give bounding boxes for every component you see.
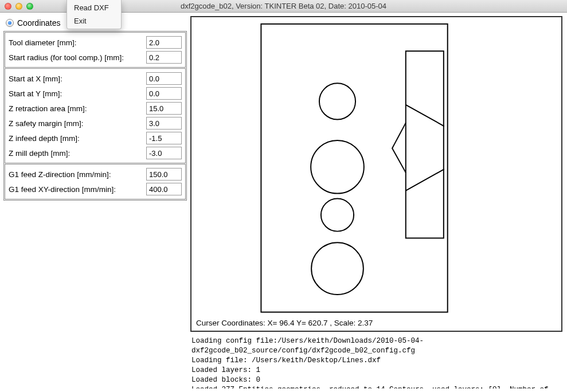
param-label: Z infeed depth [mm]: (9, 134, 80, 143)
param-group-tool: Tool diameter [mm]: Start radius (for to… (5, 32, 186, 68)
param-label: Start radius (for tool comp.) [mm]: (9, 53, 124, 62)
svg-point-7 (311, 242, 363, 295)
log-output[interactable]: Loading config file:/Users/keith/Downloa… (190, 336, 562, 389)
parameters-panel: Coordinates Tool diameter [mm]: Start ra… (0, 13, 190, 392)
feed-z-input[interactable] (146, 168, 182, 181)
svg-point-5 (311, 140, 364, 194)
param-label: Start at X [mm]: (9, 75, 62, 83)
param-label: Tool diameter [mm]: (9, 38, 77, 47)
minimize-window-button[interactable] (15, 3, 22, 10)
canvas-and-log-panel: Curser Coordinates: X= 96.4 Y= 620.7 , S… (190, 13, 567, 392)
param-label: G1 feed Z-direction [mm/min]: (9, 170, 111, 179)
svg-line-2 (406, 105, 444, 126)
param-label: Z retraction area [mm]: (9, 104, 87, 113)
menu-item-read-dxf[interactable]: Read DXF (67, 1, 121, 14)
z-infeed-input[interactable] (146, 132, 182, 144)
drawing-canvas[interactable]: Curser Coordinates: X= 96.4 Y= 620.7 , S… (190, 16, 562, 332)
param-outer-frame: Tool diameter [mm]: Start radius (for to… (3, 31, 187, 201)
start-radius-input[interactable] (146, 51, 182, 64)
svg-rect-0 (261, 24, 447, 312)
svg-point-4 (319, 83, 355, 119)
z-mill-depth-input[interactable] (146, 147, 182, 159)
z-safety-input[interactable] (146, 117, 182, 130)
start-x-input[interactable] (146, 72, 182, 85)
param-row: Tool diameter [mm]: (7, 35, 183, 50)
z-retraction-input[interactable] (146, 102, 182, 115)
coordinates-tab-label: Coordinates (17, 18, 61, 28)
svg-rect-1 (406, 51, 444, 238)
param-label: Z safety margin [mm]: (9, 119, 84, 128)
param-row: Start radius (for tool comp.) [mm]: (7, 50, 183, 65)
dxf-drawing (191, 17, 561, 331)
close-window-button[interactable] (5, 3, 11, 10)
param-group-feed: G1 feed Z-direction [mm/min]: G1 feed XY… (5, 164, 186, 199)
start-y-input[interactable] (146, 87, 182, 100)
feed-xy-input[interactable] (146, 183, 182, 195)
file-dropdown-menu: Read DXF Exit (67, 0, 122, 29)
param-label: Start at Y [mm]: (9, 89, 62, 98)
tool-diameter-input[interactable] (146, 36, 182, 49)
coordinates-tab-radio[interactable] (6, 19, 14, 27)
zoom-window-button[interactable] (26, 3, 33, 10)
param-label: G1 feed XY-direction [mm/min]: (9, 185, 116, 194)
svg-line-3 (406, 169, 444, 190)
svg-point-6 (321, 198, 354, 231)
param-group-start: Start at X [mm]: Start at Y [mm]: Z retr… (5, 68, 186, 163)
cursor-coordinates-readout: Curser Coordinates: X= 96.4 Y= 620.7 , S… (196, 319, 373, 327)
menu-item-exit[interactable]: Exit (67, 14, 121, 28)
param-label: Z mill depth [mm]: (9, 149, 70, 158)
window-controls (0, 3, 33, 10)
